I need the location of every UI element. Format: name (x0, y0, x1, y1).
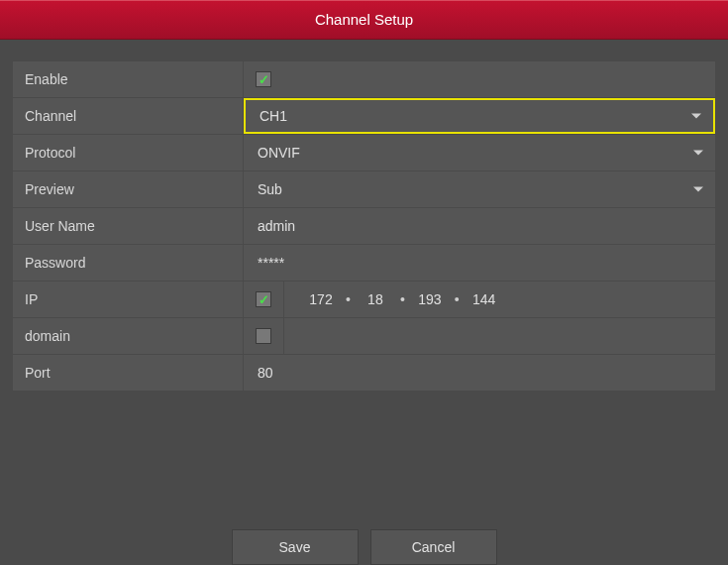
label-enable: Enable (13, 61, 243, 97)
ip-checkbox-cell: ✓ (244, 282, 283, 317)
titlebar: Channel Setup (0, 0, 728, 40)
enable-checkbox[interactable]: ✓ (256, 71, 271, 87)
label-protocol: Protocol (13, 135, 243, 170)
ip-checkbox[interactable]: ✓ (256, 291, 271, 307)
domain-checkbox[interactable] (256, 328, 271, 344)
protocol-select[interactable]: ONVIF (244, 135, 715, 170)
ip-dot: • (451, 291, 464, 307)
check-icon: ✓ (259, 293, 269, 306)
row-port: Port 80 (13, 355, 715, 391)
preview-value: Sub (258, 181, 282, 197)
row-ip: IP ✓ 172 • 18 • 193 • 144 (13, 282, 715, 317)
chevron-down-icon (691, 114, 701, 119)
ip-octet-3[interactable]: 193 (413, 291, 447, 307)
password-value: ***** (258, 255, 284, 271)
label-preview: Preview (13, 171, 243, 207)
domain-input[interactable] (284, 318, 715, 354)
port-value: 80 (258, 365, 273, 381)
username-value: admin (258, 218, 295, 234)
preview-select[interactable]: Sub (244, 171, 715, 207)
row-protocol: Protocol ONVIF (13, 135, 715, 170)
chevron-down-icon (693, 187, 703, 192)
label-username: User Name (13, 208, 243, 244)
password-input[interactable]: ***** (244, 245, 715, 281)
chevron-down-icon (693, 151, 703, 156)
port-input[interactable]: 80 (244, 355, 715, 391)
label-port: Port (13, 355, 243, 391)
ip-input[interactable]: 172 • 18 • 193 • 144 (284, 282, 715, 317)
label-domain: domain (13, 318, 243, 354)
row-channel: Channel CH1 (13, 98, 715, 134)
protocol-value: ONVIF (258, 145, 300, 161)
window-title: Channel Setup (0, 0, 728, 39)
label-password: Password (13, 245, 243, 281)
save-button[interactable]: Save (232, 529, 359, 565)
cancel-button[interactable]: Cancel (370, 529, 497, 565)
row-enable: Enable ✓ (13, 61, 715, 97)
label-ip: IP (13, 282, 243, 317)
row-domain: domain (13, 318, 715, 354)
form: Enable ✓ Channel CH1 Protocol ONVIF Prev… (0, 40, 728, 391)
channel-value: CH1 (260, 108, 287, 124)
channel-select[interactable]: CH1 (244, 98, 715, 134)
ip-octet-2[interactable]: 18 (359, 291, 392, 307)
ip-dot: • (342, 291, 355, 307)
row-username: User Name admin (13, 208, 715, 244)
label-channel: Channel (13, 98, 243, 134)
check-icon: ✓ (259, 73, 269, 86)
ip-octet-4[interactable]: 144 (468, 291, 501, 307)
value-enable: ✓ (244, 61, 715, 97)
row-preview: Preview Sub (13, 171, 715, 207)
button-bar: Save Cancel (0, 529, 728, 565)
username-input[interactable]: admin (244, 208, 715, 244)
ip-octet-1[interactable]: 172 (304, 291, 338, 307)
domain-checkbox-cell (244, 318, 283, 354)
ip-dot: • (396, 291, 409, 307)
row-password: Password ***** (13, 245, 715, 281)
